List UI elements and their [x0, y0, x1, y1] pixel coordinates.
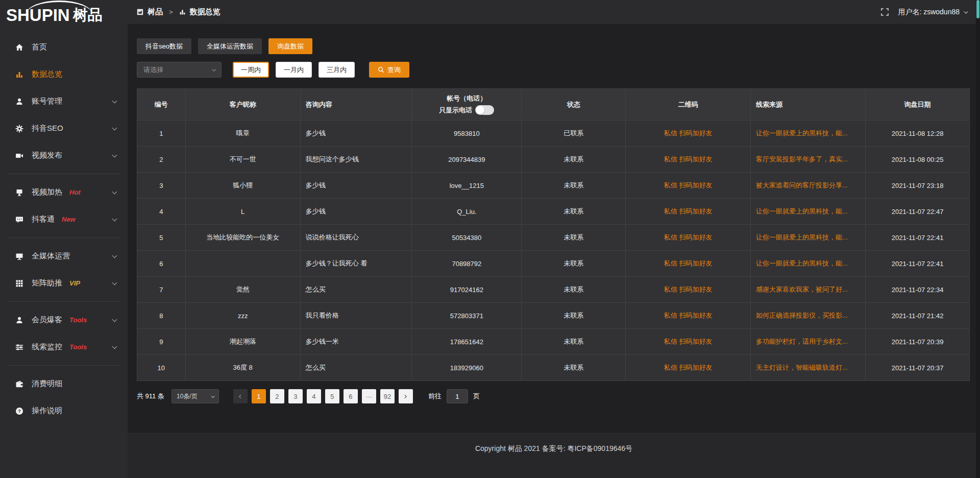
cell-no: 1: [137, 121, 186, 147]
filter-select-placeholder: 请选择: [143, 65, 163, 75]
prev-page-button[interactable]: [233, 389, 248, 403]
cell-content: 怎么买: [300, 355, 412, 381]
cell-source-link[interactable]: 感谢大家喜欢我家，被问了好...: [751, 277, 866, 303]
goto-page-input[interactable]: [447, 389, 468, 403]
sidebar-item-video-publish[interactable]: 视频发布: [0, 142, 128, 169]
tab-inquiry-data[interactable]: 询盘数据: [268, 38, 312, 54]
cell-account: 50534380: [412, 225, 522, 251]
sidebar-item-home[interactable]: 首页: [0, 34, 128, 61]
phone-only-label: 只显示电话: [439, 105, 472, 116]
col-header-status: 状态: [522, 89, 626, 121]
tab-omnimedia-data[interactable]: 全媒体运营数据: [198, 38, 262, 54]
sidebar-item-matrix-boost[interactable]: 矩阵助推 VIP: [0, 270, 128, 297]
sidebar-item-data-overview[interactable]: 数据总览: [0, 61, 128, 88]
cell-nickname: 哦章: [185, 121, 300, 147]
range-quarter-button[interactable]: 三月内: [318, 62, 355, 78]
vip-badge: VIP: [69, 279, 80, 287]
cell-nickname: 狐小狸: [185, 173, 300, 199]
phone-only-toggle[interactable]: [475, 105, 494, 115]
cell-qrcode-link[interactable]: 私信 扫码加好友: [626, 121, 751, 147]
page-scrollbar[interactable]: [976, 0, 980, 478]
cell-source-link[interactable]: 如何正确选择投影仪，买投影...: [751, 303, 866, 329]
cell-nickname: 36度 8: [185, 355, 300, 381]
cell-source-link[interactable]: 客厅安装投影半年多了，真实...: [751, 147, 866, 173]
sidebar-item-consumption-detail[interactable]: 消费明细: [0, 370, 128, 397]
cell-qrcode-link[interactable]: 私信 扫码加好友: [626, 225, 751, 251]
cell-qrcode-link[interactable]: 私信 扫码加好友: [626, 355, 751, 381]
cell-qrcode-link[interactable]: 私信 扫码加好友: [626, 303, 751, 329]
sidebar-item-label: 数据总览: [32, 69, 62, 79]
next-page-button[interactable]: [399, 389, 413, 403]
page-number-button[interactable]: 6: [344, 389, 358, 403]
cell-status: 未联系: [522, 225, 626, 251]
app-square-icon: [137, 9, 143, 15]
cell-no: 4: [137, 199, 186, 225]
bar-chart-icon: [14, 70, 24, 79]
goto-page: 前往 页: [428, 389, 480, 403]
cell-source-link[interactable]: 被大家追着问的客厅投影分享...: [751, 173, 866, 199]
table-row: 3 狐小狸 多少钱 love__1215 未联系 私信 扫码加好友 被大家追着问…: [137, 173, 970, 199]
search-icon: [378, 66, 384, 73]
page-number-button[interactable]: 4: [307, 389, 321, 403]
sidebar-item-omnimedia-operation[interactable]: 全媒体运营: [0, 243, 128, 270]
cell-no: 6: [137, 251, 186, 277]
page-number-button[interactable]: 92: [380, 389, 395, 403]
sidebar-item-operation-guide[interactable]: ? 操作说明: [0, 397, 128, 424]
cell-source-link[interactable]: 让你一眼就爱上的黑科技，能...: [751, 251, 866, 277]
tab-douyin-seo-data[interactable]: 抖音seo数据: [137, 38, 191, 54]
sidebar-item-label: 全媒体运营: [32, 251, 70, 261]
sidebar-item-label: 视频加热: [32, 187, 62, 197]
filter-select[interactable]: 请选择: [137, 62, 222, 78]
cell-qrcode-link[interactable]: 私信 扫码加好友: [626, 173, 751, 199]
cell-source-link[interactable]: 让你一眼就爱上的黑科技，能...: [751, 199, 866, 225]
cell-qrcode-link[interactable]: 私信 扫码加好友: [626, 199, 751, 225]
sidebar-item-member-baoke[interactable]: 会员爆客 Tools: [0, 306, 128, 333]
cell-date: 2021-11-08 12:28: [866, 121, 970, 147]
query-button[interactable]: 查询: [369, 62, 409, 78]
cell-no: 5: [137, 225, 186, 251]
user-menu[interactable]: 用户名: zswodun88: [898, 8, 967, 17]
page-suffix-label: 页: [473, 392, 480, 401]
cell-no: 10: [137, 355, 186, 381]
pagination: 共 911 条 10条/页 123456···92 前往 页: [137, 389, 970, 403]
gear-icon: [14, 125, 24, 133]
cell-qrcode-link[interactable]: 私信 扫码加好友: [626, 277, 751, 303]
page-number-button[interactable]: 5: [325, 389, 339, 403]
sidebar-item-label: 首页: [32, 42, 47, 52]
chevron-down-icon: [112, 217, 117, 222]
col-header-content: 咨询内容: [300, 89, 412, 121]
chevron-down-icon: [112, 99, 117, 104]
page-number-button[interactable]: 2: [270, 389, 284, 403]
user-area: 用户名: zswodun88: [881, 8, 967, 17]
breadcrumb-root[interactable]: 树品: [148, 7, 163, 17]
page-size-select[interactable]: 10条/页: [172, 389, 219, 403]
range-month-button[interactable]: 一月内: [276, 62, 312, 78]
cell-content: 说说价格让我死心: [300, 225, 412, 251]
cell-date: 2021-11-08 00:25: [866, 147, 970, 173]
cell-source-link[interactable]: 让你一眼就爱上的黑科技，能...: [751, 225, 866, 251]
menu-divider: [7, 174, 120, 174]
sidebar-item-doketong[interactable]: 抖客通 New: [0, 206, 128, 233]
cell-source-link[interactable]: 无主灯设计，智能磁吸轨道灯...: [751, 355, 866, 381]
sidebar-item-clue-monitor[interactable]: 线索监控 Tools: [0, 333, 128, 361]
page-ellipsis-button[interactable]: ···: [362, 389, 376, 403]
sidebar-item-douyin-seo[interactable]: 抖音SEO: [0, 115, 128, 142]
page-number-button[interactable]: 1: [252, 389, 266, 403]
page-number-button[interactable]: 3: [288, 389, 303, 403]
page-size-value: 10条/页: [177, 392, 198, 401]
hot-badge: Hot: [69, 188, 81, 196]
cell-source-link[interactable]: 让你一眼就爱上的黑科技，能...: [751, 121, 866, 147]
cell-account: 917024162: [412, 277, 522, 303]
cell-qrcode-link[interactable]: 私信 扫码加好友: [626, 147, 751, 173]
sidebar-item-video-heating[interactable]: 视频加热 Hot: [0, 179, 128, 206]
inquiry-table: 编号 客户昵称 咨询内容 帐号（电话） 只显示电话 状态: [137, 88, 970, 381]
cell-qrcode-link[interactable]: 私信 扫码加好友: [626, 329, 751, 355]
new-badge: New: [62, 216, 76, 223]
range-week-button[interactable]: 一周内: [233, 62, 269, 78]
cell-qrcode-link[interactable]: 私信 扫码加好友: [626, 251, 751, 277]
sidebar-item-account-management[interactable]: 账号管理: [0, 88, 128, 115]
scrollbar-thumb[interactable]: [976, 0, 979, 18]
user-icon: [14, 98, 24, 106]
cell-source-link[interactable]: 多功能护栏灯，适用于乡村文...: [751, 329, 866, 355]
fullscreen-icon[interactable]: [881, 8, 889, 16]
